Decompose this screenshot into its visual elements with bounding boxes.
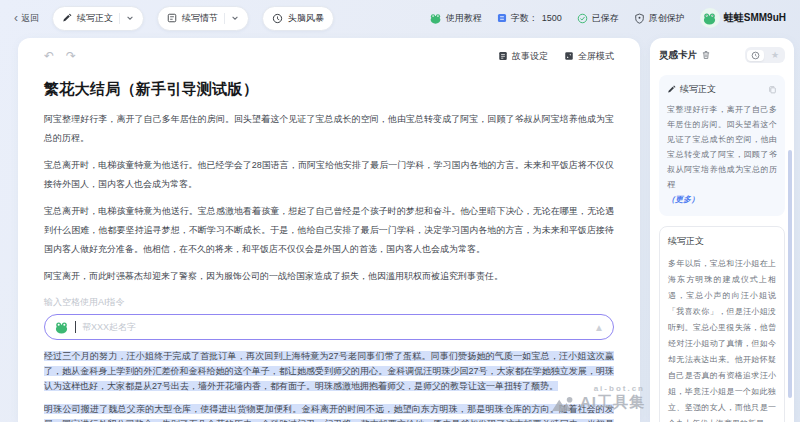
back-label: 返回 <box>21 12 39 25</box>
pen-icon <box>667 85 676 94</box>
continue-writing-label: 续写正文 <box>77 12 113 25</box>
user-menu[interactable]: 蛙蛙SMM9uH <box>700 8 786 28</box>
protection-label: 原创保护 <box>649 12 685 25</box>
story-settings-label: 故事设定 <box>512 50 548 63</box>
card-paragraph: 多年以后，宝总和汪小姐在上海东方明珠的建成仪式上相遇，宝总小声的向汪小姐说「我喜… <box>668 256 776 422</box>
frog-icon <box>429 12 442 25</box>
fullscreen-icon <box>564 51 574 61</box>
story-paragraph-selected[interactable]: 明珠公司搬进了魏总父亲的大型仓库，使得进出货物更加便利。金科离开的时间不远，她望… <box>44 402 614 422</box>
history-toggle[interactable] <box>747 50 764 61</box>
copyright-protection[interactable]: 原创保护 <box>634 12 685 25</box>
divider <box>224 13 225 24</box>
back-button[interactable]: ‹ 返回 <box>14 12 39 25</box>
username: 蛙蛙SMM9uH <box>724 11 786 25</box>
continue-plot-label: 续写情节 <box>182 12 218 25</box>
script-icon <box>167 13 177 23</box>
fullscreen-button[interactable]: 全屏模式 <box>564 50 614 63</box>
sidebar-scrollbar[interactable] <box>788 150 792 398</box>
chevron-down-icon[interactable] <box>126 14 134 22</box>
save-status-label: 已保存 <box>592 12 619 25</box>
story-paragraph[interactable]: 阿宝整理好行李，离开了自己多年居住的房间。回头望着这个见证了宝总成长的空间，他由… <box>44 110 614 148</box>
undo-icon[interactable]: ↶ <box>44 50 54 62</box>
text-cursor <box>75 321 76 333</box>
ai-command-hint: 输入空格使用AI指令 <box>44 296 614 309</box>
shield-icon <box>634 13 645 24</box>
card-content: 宝整理好行李，离开了自己多年居住的房间。回头望着这个见证了宝总成长的空间，他由宝… <box>667 105 777 189</box>
frog-icon <box>54 320 69 335</box>
sidebar-title: 灵感卡片 <box>659 49 697 62</box>
inspiration-card[interactable]: 续写正文 宝整理好行李，离开了自己多年居住的房间。回头望着这个见证了宝总成长的空… <box>659 75 785 216</box>
avatar <box>700 8 720 28</box>
story-settings-button[interactable]: 故事设定 <box>498 50 548 63</box>
inspiration-sidebar: 灵感卡片 ★ 续写正文 宝整理好行李，离开了自己多年居住的房间。回头望着这个见证… <box>650 38 794 422</box>
word-count: 字数：1500 <box>497 12 562 25</box>
topbar: ‹ 返回 续写正文 续写情节 头脑风暴 使用教程 字数：1500 已保存 <box>0 0 800 36</box>
tutorial-label: 使用教程 <box>446 12 482 25</box>
story-settings-icon <box>498 51 508 61</box>
brainstorm-button[interactable]: 头脑风暴 <box>262 6 334 31</box>
ai-command-input[interactable]: 帮XXX起名字 ▲ <box>44 314 614 340</box>
inspiration-card[interactable]: 续写正文 多年以后，宝总和汪小姐在上海东方明珠的建成仪式上相遇，宝总小声的向汪小… <box>659 226 785 422</box>
card-label: 续写正文 <box>680 83 716 96</box>
page-title: 繁花大结局（新手引导测试版） <box>44 80 614 99</box>
copy-icon[interactable] <box>768 85 777 94</box>
topbar-right: 使用教程 字数：1500 已保存 原创保护 蛙蛙SMM9uH <box>429 8 786 28</box>
brainstorm-icon <box>272 13 283 24</box>
story-paragraph-selected[interactable]: 经过三个月的努力，汪小姐终于完成了首批订单，再次回到上海特意为27号老同事们带了… <box>44 349 614 394</box>
trash-icon[interactable] <box>701 50 711 60</box>
brainstorm-label: 头脑风暴 <box>288 12 324 25</box>
fullscreen-label: 全屏模式 <box>578 50 614 63</box>
save-status: 已保存 <box>577 12 619 25</box>
story-paragraph[interactable]: 阿宝离开，而此时强慕杰却迎来了警察，因为服饰公司的一战给国家造成了损失，他因滥用… <box>44 267 614 286</box>
divider <box>119 13 120 24</box>
story-paragraph[interactable]: 宝总离开时，电梯孩童特意为他送行。他已经学会了28国语言，而阿宝给他安排了最后一… <box>44 156 614 194</box>
pen-icon <box>62 13 72 23</box>
word-count-value: 1500 <box>542 13 562 23</box>
more-link[interactable]: （更多） <box>667 195 699 204</box>
check-circle-icon <box>577 13 588 24</box>
tutorial-link[interactable]: 使用教程 <box>429 12 482 25</box>
chevron-down-icon[interactable] <box>231 14 239 22</box>
continue-writing-button[interactable]: 续写正文 <box>52 6 144 31</box>
sidebar-view-toggle: ★ <box>745 47 785 63</box>
send-icon[interactable]: ▲ <box>594 322 604 333</box>
story-paragraph[interactable]: 宝总离开时，电梯孩童特意为他送行。宝总感激地看着孩童，想起了自己曾经是个孩子时的… <box>44 202 614 259</box>
card-label: 续写正文 <box>668 235 776 248</box>
editor-toolbar: ↶ ↷ 故事设定 全屏模式 <box>44 47 614 65</box>
chevron-left-icon: ‹ <box>14 14 18 23</box>
word-count-icon <box>497 13 507 23</box>
ai-input-placeholder: 帮XXX起名字 <box>82 321 136 334</box>
redo-icon[interactable]: ↷ <box>66 50 76 62</box>
sidebar-header: 灵感卡片 ★ <box>659 47 785 63</box>
editor-card: ↶ ↷ 故事设定 全屏模式 繁花大结局（新手引导测试版） 阿宝整理好行李，离开了… <box>18 38 640 422</box>
star-icon[interactable]: ★ <box>767 49 783 61</box>
continue-plot-button[interactable]: 续写情节 <box>157 6 249 31</box>
word-count-label: 字数： <box>511 12 538 25</box>
